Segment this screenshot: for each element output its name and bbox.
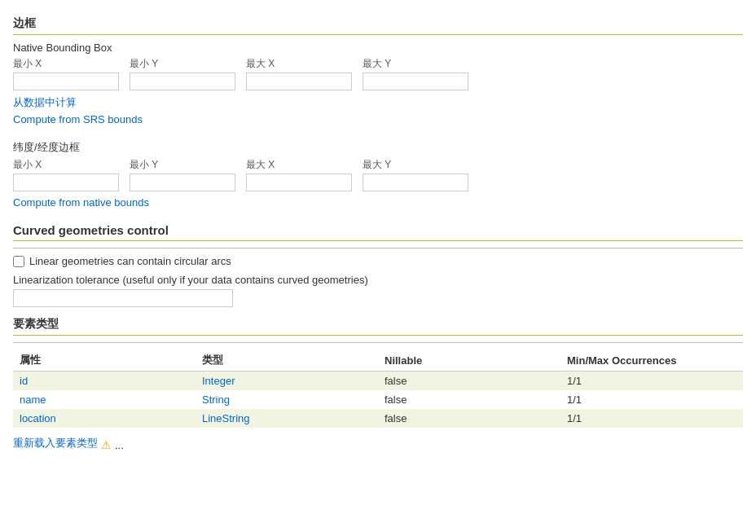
latlon-miny-input[interactable] bbox=[130, 174, 235, 191]
latlon-label: 纬度/经度边框 bbox=[13, 140, 743, 155]
curved-geometries-title: Curved geometries control bbox=[13, 223, 743, 241]
latlon-maxx-input[interactable] bbox=[246, 174, 352, 191]
native-minx-input[interactable] bbox=[13, 73, 119, 90]
feature-types-section: 要素类型 属性 类型 Nillable Min/Max Occurrences … bbox=[13, 317, 743, 454]
curved-divider bbox=[13, 248, 743, 248]
native-maxx-header: 最大 X bbox=[246, 57, 356, 71]
reload-feature-types-link[interactable]: 重新载入要素类型 bbox=[13, 436, 98, 451]
native-minx-col: 最小 X bbox=[13, 57, 123, 90]
feature-types-title: 要素类型 bbox=[13, 317, 743, 336]
nillable-cell: false bbox=[378, 409, 560, 428]
reload-row: 重新载入要素类型 ⚠ ... bbox=[13, 436, 743, 454]
type-cell: String bbox=[196, 390, 378, 409]
col-header-attr: 属性 bbox=[13, 350, 196, 372]
circular-arcs-label: Linear geometries can contain circular a… bbox=[29, 255, 231, 267]
minmax-cell: 1/1 bbox=[560, 390, 743, 409]
latlon-maxy-header: 最大 Y bbox=[363, 158, 472, 172]
attr-cell[interactable]: location bbox=[13, 409, 196, 428]
col-header-nillable: Nillable bbox=[378, 350, 560, 372]
compute-from-srs-link[interactable]: Compute from SRS bounds bbox=[13, 113, 143, 125]
latlon-maxy-col: 最大 Y bbox=[363, 158, 472, 191]
table-row: locationLineStringfalse1/1 bbox=[13, 409, 743, 428]
table-header-row: 属性 类型 Nillable Min/Max Occurrences bbox=[13, 350, 743, 372]
attr-cell[interactable]: id bbox=[13, 372, 196, 391]
latlon-coords-grid: 最小 X 最小 Y 最大 X 最大 Y bbox=[13, 158, 743, 191]
native-miny-col: 最小 Y bbox=[130, 57, 240, 90]
type-cell: Integer bbox=[196, 372, 378, 391]
native-maxx-input[interactable] bbox=[246, 73, 352, 90]
latlon-minx-col: 最小 X bbox=[13, 158, 123, 191]
warning-icon: ⚠ bbox=[101, 438, 112, 451]
table-row: nameStringfalse1/1 bbox=[13, 390, 743, 409]
attr-cell[interactable]: name bbox=[13, 390, 196, 409]
tolerance-label: Linearization tolerance (useful only if … bbox=[13, 274, 743, 286]
bounding-box-section: 边框 Native Bounding Box 最小 X 最小 Y 最大 X 最大… bbox=[13, 16, 743, 212]
attributes-table: 属性 类型 Nillable Min/Max Occurrences idInt… bbox=[13, 350, 743, 428]
reload-suffix: ... bbox=[115, 439, 124, 451]
native-coords-grid: 最小 X 最小 Y 最大 X 最大 Y bbox=[13, 57, 743, 90]
native-maxy-col: 最大 Y bbox=[363, 57, 472, 90]
feature-types-divider bbox=[13, 342, 743, 343]
latlon-miny-col: 最小 Y bbox=[130, 158, 240, 191]
curved-geometries-section: Curved geometries control Linear geometr… bbox=[13, 223, 743, 307]
compute-from-native-link[interactable]: Compute from native bounds bbox=[13, 196, 149, 209]
native-bounding-box-label: Native Bounding Box bbox=[13, 42, 743, 54]
native-miny-header: 最小 Y bbox=[130, 57, 240, 71]
native-miny-input[interactable] bbox=[130, 73, 235, 90]
minmax-cell: 1/1 bbox=[560, 409, 743, 428]
latlon-minx-header: 最小 X bbox=[13, 158, 123, 172]
nillable-cell: false bbox=[378, 390, 560, 409]
native-maxx-col: 最大 X bbox=[246, 57, 356, 90]
native-minx-header: 最小 X bbox=[13, 57, 123, 71]
bounding-box-title: 边框 bbox=[13, 16, 743, 35]
native-maxy-header: 最大 Y bbox=[363, 57, 472, 71]
nillable-cell: false bbox=[378, 372, 560, 391]
compute-from-data-link[interactable]: 从数据中计算 bbox=[13, 95, 77, 110]
type-cell: LineString bbox=[196, 409, 378, 428]
table-row: idIntegerfalse1/1 bbox=[13, 372, 743, 391]
circular-arcs-row: Linear geometries can contain circular a… bbox=[13, 255, 743, 267]
col-header-type: 类型 bbox=[196, 350, 378, 372]
latlon-minx-input[interactable] bbox=[13, 174, 119, 191]
native-maxy-input[interactable] bbox=[363, 73, 468, 90]
tolerance-input[interactable] bbox=[13, 289, 233, 307]
latlon-maxx-col: 最大 X bbox=[246, 158, 356, 191]
minmax-cell: 1/1 bbox=[560, 372, 743, 391]
latlon-maxx-header: 最大 X bbox=[246, 158, 356, 172]
circular-arcs-checkbox[interactable] bbox=[13, 256, 24, 267]
latlon-miny-header: 最小 Y bbox=[130, 158, 240, 172]
latlon-maxy-input[interactable] bbox=[363, 174, 468, 191]
col-header-minmax: Min/Max Occurrences bbox=[560, 350, 743, 372]
